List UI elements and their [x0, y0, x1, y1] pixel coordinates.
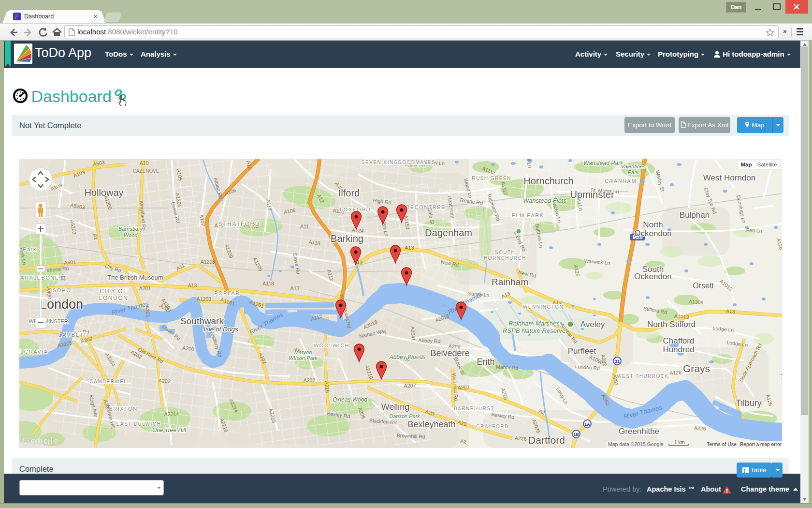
svg-text:ELM PARK: ELM PARK: [512, 212, 544, 218]
svg-text:A201: A201: [139, 285, 151, 291]
svg-text:One Tree Hill: One Tree Hill: [152, 427, 186, 433]
svg-text:LONDON: LONDON: [99, 295, 128, 301]
svg-text:A10: A10: [140, 160, 149, 166]
svg-text:CRANHAM: CRANHAM: [605, 178, 637, 184]
svg-text:EAST DULWICH: EAST DULWICH: [116, 421, 161, 427]
svg-text:Ockendon: Ockendon: [634, 229, 672, 238]
svg-text:London: London: [40, 297, 83, 312]
svg-text:WIlson Park: WIlson Park: [289, 355, 318, 361]
svg-text:Barking: Barking: [331, 233, 363, 244]
svg-text:Rainham Marshes: Rainham Marshes: [508, 320, 560, 327]
svg-text:A13: A13: [726, 308, 735, 314]
svg-text:Valentines: Valentines: [621, 164, 646, 169]
svg-text:A118: A118: [262, 281, 274, 286]
svg-text:Ilford: Ilford: [338, 188, 360, 198]
svg-text:Grays: Grays: [683, 363, 710, 374]
svg-text:RSPB Nature Reserve: RSPB Nature Reserve: [503, 327, 566, 334]
svg-text:A126: A126: [669, 369, 682, 375]
svg-text:A207: A207: [458, 385, 470, 390]
svg-text:Isle of Dogs: Isle of Dogs: [203, 326, 238, 333]
svg-text:GOODMAYES: GOODMAYES: [398, 160, 435, 165]
svg-text:Wanstead Flats: Wanstead Flats: [523, 197, 567, 204]
svg-text:Manor Rd: Manor Rd: [496, 364, 519, 371]
svg-text:HORNCHURCH: HORNCHURCH: [484, 255, 526, 261]
svg-text:WENNINGTON: WENNINGTON: [523, 304, 564, 310]
svg-text:Bexleyheath: Bexleyheath: [407, 419, 455, 429]
svg-text:Maryon: Maryon: [294, 349, 312, 355]
svg-text:Map data ©2015 Google: Map data ©2015 Google: [608, 441, 664, 447]
svg-text:WESTMINSTER: WESTMINSTER: [29, 318, 68, 324]
svg-text:SOHO: SOHO: [53, 287, 71, 293]
svg-text:Park: Park: [628, 169, 639, 175]
svg-text:Tilbury: Tilbury: [736, 398, 761, 408]
svg-text:A2214: A2214: [164, 411, 179, 417]
svg-text:Abbey Rd: Abbey Rd: [418, 337, 441, 344]
svg-text:A226: A226: [515, 435, 527, 442]
svg-text:ent's Park: ent's Park: [19, 246, 37, 252]
svg-text:A226: A226: [694, 425, 706, 431]
svg-text:Abbey Woods: Abbey Woods: [389, 354, 426, 360]
svg-text:1B: 1B: [573, 432, 579, 437]
svg-text:CITY OF: CITY OF: [100, 288, 128, 295]
svg-text:Bulphan: Bulphan: [680, 210, 710, 220]
svg-text:Dagenham: Dagenham: [425, 227, 472, 238]
svg-text:North: North: [643, 220, 663, 229]
svg-text:Greenhithe: Greenhithe: [619, 427, 659, 436]
svg-text:West Horndon: West Horndon: [703, 173, 755, 182]
svg-text:A13: A13: [290, 285, 300, 291]
svg-text:A501: A501: [64, 259, 76, 265]
svg-text:SOUTH: SOUTH: [495, 250, 516, 255]
svg-text:A124: A124: [352, 227, 364, 234]
svg-text:Wanstead Park: Wanstead Park: [583, 160, 624, 166]
svg-text:Hundred: Hundred: [663, 345, 694, 354]
svg-text:Report a map error: Report a map error: [740, 442, 782, 447]
svg-text:Barnsbury: Barnsbury: [118, 226, 144, 232]
svg-text:A1203: A1203: [197, 296, 212, 302]
svg-text:Upminster: Upminster: [570, 189, 614, 200]
svg-text:Hornchurch: Hornchurch: [523, 176, 573, 186]
svg-text:BELGRAVIA: BELGRAVIA: [19, 349, 48, 355]
svg-text:BECONTREE: BECONTREE: [406, 204, 446, 210]
svg-text:WOOLWICH: WOOLWICH: [314, 343, 349, 348]
svg-text:Google: Google: [22, 435, 59, 446]
svg-text:STRATFORD: STRATFORD: [218, 221, 260, 227]
svg-text:A1208: A1208: [201, 259, 216, 265]
svg-text:The British Museum: The British Museum: [107, 274, 163, 281]
svg-text:A2: A2: [460, 438, 467, 445]
svg-text:BARNEHURST: BARNEHURST: [454, 406, 494, 411]
svg-text:Danson Park: Danson Park: [389, 413, 420, 419]
svg-text:Erith: Erith: [477, 357, 494, 367]
svg-text:Fen Ln: Fen Ln: [746, 227, 762, 234]
svg-text:BRIXTON: BRIXTON: [109, 406, 137, 412]
svg-text:Belvedere: Belvedere: [430, 348, 469, 358]
svg-text:A202: A202: [304, 377, 316, 383]
svg-text:POPLAR: POPLAR: [214, 290, 240, 296]
svg-text:A13: A13: [405, 245, 414, 251]
svg-text:CAMBERWELL: CAMBERWELL: [90, 379, 131, 384]
svg-text:Orsett: Orsett: [693, 282, 714, 290]
svg-text:Dartford: Dartford: [528, 434, 565, 446]
svg-text:Aveley: Aveley: [580, 320, 605, 329]
svg-text:A13: A13: [188, 283, 197, 288]
svg-text:A11: A11: [300, 224, 309, 229]
svg-text:Southwark: Southwark: [180, 316, 224, 326]
svg-text:SEVEN KINGS: SEVEN KINGS: [362, 160, 402, 165]
svg-text:CRAYFORD: CRAYFORD: [476, 424, 508, 429]
svg-text:LAMBETH: LAMBETH: [58, 332, 88, 338]
svg-text:Satellite: Satellite: [757, 162, 777, 167]
svg-text:WEST THURROCK: WEST THURROCK: [617, 374, 668, 379]
svg-text:Wood: Wood: [124, 232, 138, 238]
svg-text:Ockendon: Ockendon: [634, 272, 672, 281]
svg-text:Purfleet: Purfleet: [568, 346, 596, 356]
svg-text:Holloway: Holloway: [84, 187, 123, 198]
svg-text:MARYLEBONE: MARYLEBONE: [19, 275, 59, 281]
svg-text:1 km: 1 km: [674, 440, 685, 445]
svg-text:1A: 1A: [584, 422, 590, 427]
svg-text:Terms of Use: Terms of Use: [707, 441, 737, 447]
svg-text:Map: Map: [741, 162, 752, 167]
svg-text:A207: A207: [404, 383, 416, 388]
svg-text:Rainham: Rainham: [492, 277, 528, 287]
svg-text:31: 31: [615, 359, 620, 364]
svg-text:A215: A215: [324, 381, 331, 393]
svg-text:RUSH GREEN: RUSH GREEN: [472, 176, 511, 181]
